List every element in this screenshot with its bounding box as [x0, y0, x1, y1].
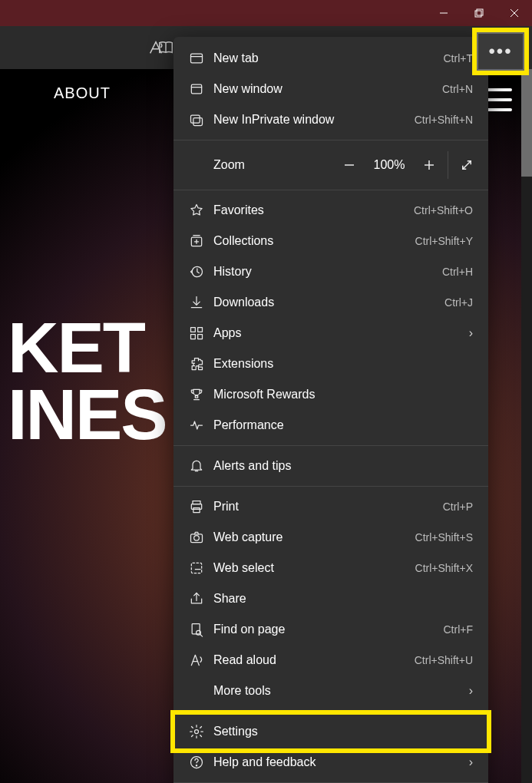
zoom-value: 100% [366, 158, 412, 172]
zoom-in-button[interactable] [412, 148, 446, 182]
menu-label: Extensions [209, 357, 473, 371]
menu-shortcut: Ctrl+Shift+N [415, 114, 473, 126]
zoom-label: Zoom [184, 158, 332, 172]
menu-history[interactable]: History Ctrl+H [173, 256, 488, 287]
more-menu-highlight: ••• [472, 28, 529, 75]
svg-rect-25 [193, 508, 200, 513]
menu-microsoft-rewards[interactable]: Microsoft Rewards [173, 379, 488, 410]
hero-line-1: KET [8, 315, 167, 382]
menu-apps[interactable]: Apps › [173, 318, 488, 349]
svg-rect-21 [191, 335, 196, 339]
svg-rect-2 [475, 11, 481, 17]
hero-line-2: INES [8, 382, 167, 448]
menu-separator [173, 711, 488, 712]
more-menu-button[interactable]: ••• [477, 32, 524, 71]
svg-rect-20 [198, 328, 203, 332]
menu-label: New tab [209, 51, 444, 65]
menu-settings[interactable]: Settings [173, 716, 488, 747]
web-select-icon [184, 560, 209, 576]
book-icon [157, 39, 174, 56]
menu-shortcut: Ctrl+J [444, 296, 473, 309]
zoom-divider [448, 151, 448, 179]
menu-downloads[interactable]: Downloads Ctrl+J [173, 287, 488, 318]
menu-label: More tools [209, 684, 469, 698]
menu-label: New InPrivate window [209, 113, 415, 127]
menu-separator [173, 190, 488, 190]
printer-icon [184, 499, 209, 514]
menu-more-tools[interactable]: More tools › [173, 676, 488, 706]
menu-new-window[interactable]: New window Ctrl+N [173, 74, 488, 104]
site-hamburger-button[interactable] [484, 88, 512, 111]
menu-label: History [209, 265, 442, 279]
nav-about-link[interactable]: ABOUT [54, 84, 111, 102]
menu-label: Web select [209, 561, 415, 575]
menu-collections[interactable]: Collections Ctrl+Shift+Y [173, 226, 488, 256]
close-button[interactable] [497, 0, 532, 26]
menu-alerts-and-tips[interactable]: Alerts and tips [173, 451, 488, 481]
menu-extensions[interactable]: Extensions [173, 349, 488, 379]
close-icon [510, 8, 519, 18]
menu-shortcut: Ctrl+Shift+U [415, 654, 473, 666]
menu-favorites[interactable]: Favorites Ctrl+Shift+O [173, 195, 488, 226]
menu-label: Read aloud [209, 653, 415, 667]
trophy-icon [184, 387, 209, 402]
menu-label: Settings [209, 725, 473, 738]
menu-label: Downloads [209, 296, 444, 309]
scrollbar-thumb[interactable] [521, 69, 532, 177]
svg-rect-22 [198, 335, 203, 339]
menu-label: Collections [209, 234, 415, 248]
fullscreen-button[interactable] [450, 148, 484, 182]
menu-separator [173, 445, 488, 446]
svg-rect-10 [193, 118, 203, 126]
menu-new-tab[interactable]: New tab Ctrl+T [173, 43, 488, 74]
menu-label: Alerts and tips [209, 459, 473, 473]
menu-performance[interactable]: Performance [173, 410, 488, 441]
menu-label: Help and feedback [209, 755, 469, 769]
inprivate-icon [184, 112, 209, 127]
svg-rect-9 [191, 115, 200, 123]
zoom-out-button[interactable] [332, 148, 366, 182]
svg-point-27 [194, 536, 200, 541]
svg-line-31 [200, 635, 203, 637]
menu-web-select[interactable]: Web select Ctrl+Shift+X [173, 553, 488, 583]
download-icon [184, 295, 209, 310]
read-aloud-icon [184, 652, 209, 668]
menu-label: Find on page [209, 623, 444, 636]
star-icon [184, 203, 209, 218]
menu-read-aloud[interactable]: Read aloud Ctrl+Shift+U [173, 645, 488, 676]
window-titlebar [0, 0, 532, 26]
menu-print[interactable]: Print Ctrl+P [173, 491, 488, 522]
maximize-button[interactable] [461, 0, 497, 26]
menu-shortcut: Ctrl+H [442, 266, 473, 278]
menu-help-feedback[interactable]: Help and feedback › [173, 747, 488, 778]
menu-shortcut: Ctrl+T [444, 52, 474, 64]
minimize-button[interactable] [426, 0, 461, 26]
svg-rect-19 [191, 328, 196, 332]
find-icon [184, 622, 209, 637]
menu-find-on-page[interactable]: Find on page Ctrl+F [173, 614, 488, 645]
help-icon [184, 755, 209, 770]
menu-shortcut: Ctrl+Shift+X [415, 562, 473, 574]
menu-label: Share [209, 592, 473, 606]
menu-separator [173, 486, 488, 487]
svg-point-34 [196, 765, 197, 766]
menu-label: Web capture [209, 530, 415, 544]
apps-icon [184, 325, 209, 341]
menu-label: Microsoft Rewards [209, 388, 473, 401]
menu-shortcut: Ctrl+Shift+Y [415, 235, 473, 247]
menu-shortcut: Ctrl+Shift+O [414, 204, 473, 216]
svg-rect-28 [191, 563, 201, 573]
menu-shortcut: Ctrl+N [442, 83, 473, 95]
puzzle-icon [184, 356, 209, 372]
menu-web-capture[interactable]: Web capture Ctrl+Shift+S [173, 522, 488, 553]
menu-inprivate-window[interactable]: New InPrivate window Ctrl+Shift+N [173, 104, 488, 135]
menu-label: New window [209, 82, 442, 96]
site-nav: ABOUT [54, 84, 111, 102]
svg-point-32 [195, 730, 199, 734]
menu-shortcut: Ctrl+F [444, 623, 474, 636]
menu-share[interactable]: Share [173, 583, 488, 614]
svg-rect-5 [191, 54, 203, 63]
menu-zoom-row: Zoom 100% [173, 145, 488, 185]
menu-separator [173, 140, 488, 140]
menu-shortcut: Ctrl+P [443, 501, 473, 513]
